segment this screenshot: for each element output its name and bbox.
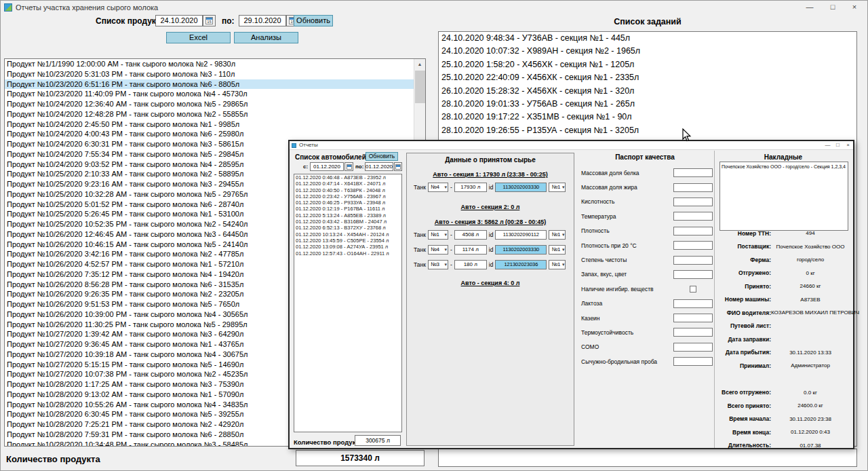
invoice-label: Номер машины: bbox=[715, 296, 771, 303]
tank-label: Танк bbox=[414, 246, 426, 253]
vehicles-listbox[interactable]: 01.12.2020 0:46:48 - А873ЕВ - 23952 л01.… bbox=[294, 174, 402, 432]
invoice-row: Ферма: город/село bbox=[715, 253, 850, 267]
task-row[interactable]: 28.10.2020 19:01:33 - У756АВ - секция №1… bbox=[439, 98, 856, 111]
minimize-button[interactable]: — bbox=[798, 1, 821, 14]
vehicle-row[interactable]: 01.12.2020 13:09:08 - А274УА - 23951 л bbox=[294, 244, 401, 250]
raw-row: Танк №4▾ - 17930 л id 1130202003330 №1▾ bbox=[407, 182, 574, 192]
vehicle-row[interactable]: 01.12.2020 12:57:43 - О164АН - 22911 л bbox=[294, 250, 401, 257]
vehicles-date-to-input[interactable]: 01.12.2020 bbox=[365, 162, 393, 171]
dialog-close-button[interactable]: × bbox=[843, 141, 853, 150]
quality-input[interactable] bbox=[673, 168, 713, 177]
date-from-input[interactable]: 24.10.2020 bbox=[155, 15, 203, 26]
task-row[interactable]: 26.10.2020 15:28:32 - Х456ХК - секция №1… bbox=[439, 85, 856, 98]
tank-select[interactable]: №4▾ bbox=[428, 183, 448, 192]
vehicle-row[interactable]: 01.12.2020 0:40:50 - Т638РК - 24048 л bbox=[294, 187, 401, 193]
task-row[interactable]: 25.10.2020 22:40:09 - Х456ХК - секция №1… bbox=[439, 71, 856, 84]
invoice-list-item[interactable]: Почепское Хозяйство ООО - город/село - С… bbox=[720, 162, 848, 170]
invoices-listbox[interactable]: Почепское Хозяйство ООО - город/село - С… bbox=[719, 162, 848, 231]
refresh-button[interactable]: Обновить bbox=[294, 15, 333, 26]
quality-input[interactable] bbox=[673, 241, 713, 250]
section-select[interactable]: №1▾ bbox=[549, 245, 566, 255]
quality-input[interactable] bbox=[673, 299, 713, 308]
id-label: id bbox=[489, 246, 494, 253]
id-input[interactable]: 121302023036 bbox=[495, 260, 547, 269]
tank-select[interactable]: №1▾ bbox=[428, 230, 448, 240]
close-button[interactable]: × bbox=[843, 1, 866, 14]
task-row[interactable]: 28.10.2020 19:17:22 - Х351МВ - секция №1… bbox=[439, 111, 856, 124]
quality-input[interactable] bbox=[673, 343, 713, 352]
quality-input[interactable] bbox=[673, 256, 713, 265]
id-label: id bbox=[489, 231, 494, 238]
id-input[interactable]: 1130202090112 bbox=[495, 230, 547, 240]
tasks-header: Список заданий bbox=[438, 17, 857, 26]
quality-input[interactable] bbox=[673, 227, 713, 236]
tank-select[interactable]: №4▾ bbox=[428, 245, 448, 255]
vehicle-row[interactable]: 01.12.2020 0:12:19 - Р167ВА - 11611 л bbox=[294, 206, 401, 212]
product-row[interactable]: Продукт №10/23/2020 5:31:03 PM - танк сы… bbox=[5, 69, 425, 79]
quality-input[interactable] bbox=[673, 183, 713, 192]
product-quantity-input[interactable]: 1573340 л bbox=[296, 450, 425, 466]
invoice-details: Номер ТТН: 494 Поставщик: Почепское Хозя… bbox=[715, 227, 850, 452]
id-input[interactable]: 1130202003330 bbox=[495, 183, 547, 192]
tank-select[interactable]: №3▾ bbox=[428, 260, 448, 269]
scroll-up-icon[interactable]: ▲ bbox=[414, 59, 425, 70]
dialog-quantity-input[interactable]: 300675 л bbox=[355, 435, 401, 446]
section-select[interactable]: №1▾ bbox=[549, 183, 566, 192]
task-row[interactable]: 25.10.2020 1:58:20 - Х456ХК - секция №1 … bbox=[439, 58, 856, 71]
vehicle-row[interactable]: 01.12.2020 0:46:48 - А873ЕВ - 23952 л bbox=[294, 174, 401, 181]
id-label: id bbox=[489, 184, 494, 191]
vehicles-date-to-calendar-button[interactable] bbox=[394, 162, 402, 171]
quality-input[interactable] bbox=[690, 286, 696, 293]
id-input[interactable]: 1130202003330 bbox=[495, 245, 547, 255]
task-row[interactable]: 24.10.2020 9:48:34 - У736АВ - секция №1 … bbox=[439, 32, 856, 45]
product-row[interactable]: Продукт №10/23/2020 6:51:16 PM - танк сы… bbox=[5, 79, 425, 90]
vehicle-row[interactable]: 01.12.2020 10:13:24 - Х454АН - 20124 л bbox=[294, 231, 401, 238]
quality-input[interactable] bbox=[673, 328, 713, 337]
date-from-calendar-button[interactable]: 15 bbox=[203, 15, 216, 26]
product-row[interactable]: Продукт №10/24/2020 12:36:40 AM - танк с… bbox=[5, 99, 425, 109]
amount-input[interactable]: 180 л bbox=[454, 260, 487, 269]
vehicle-row[interactable]: 01.12.2020 0:47:14 - Х641ВХ - 24071 л bbox=[294, 181, 401, 187]
vehicles-date-from-input[interactable]: 01.12.2020 bbox=[310, 162, 344, 171]
calendar-icon bbox=[395, 164, 401, 170]
vehicles-date-from-calendar-button[interactable] bbox=[344, 162, 353, 171]
invoice-value: город/село bbox=[771, 257, 850, 263]
maximize-button[interactable]: □ bbox=[821, 1, 844, 14]
section-select[interactable]: №1▾ bbox=[549, 260, 566, 269]
chevron-down-icon: ▾ bbox=[562, 183, 565, 191]
vehicle-row[interactable]: 01.12.2020 0:46:25 - Р933УА - 23948 л bbox=[294, 200, 401, 206]
dialog-maximize-button[interactable]: □ bbox=[833, 141, 843, 150]
product-row[interactable]: Продукт №10/24/2020 4:00:43 PM - танк сы… bbox=[5, 129, 425, 139]
vehicle-row[interactable]: 01.12.2020 6:52:13 - В372ХУ - 23768 л bbox=[294, 225, 401, 231]
invoice-value: Почепское Хозяйство ООО bbox=[771, 244, 850, 250]
quality-input[interactable] bbox=[673, 357, 713, 366]
vehicle-row[interactable]: 01.12.2020 0:43:42 - В316ВМ - 24047 л bbox=[294, 219, 401, 225]
vehicle-row[interactable]: 01.12.2020 0:23:42 - У756АВ - 23967 л bbox=[294, 193, 401, 200]
amount-input[interactable]: 1174 л bbox=[454, 245, 487, 255]
amount-input[interactable]: 4508 л bbox=[454, 230, 487, 240]
product-row[interactable]: Продукт №10/24/2020 12:48:28 PM - танк с… bbox=[5, 109, 425, 119]
excel-button[interactable]: Excel bbox=[166, 32, 231, 43]
section-2-title: Авто - секция 2: 0 л bbox=[407, 204, 574, 210]
section-select[interactable]: №1▾ bbox=[549, 230, 566, 240]
vehicles-refresh-button[interactable]: Обновить bbox=[366, 152, 398, 161]
task-row[interactable]: 24.10.2020 10:07:32 - Х989АН - секция №2… bbox=[439, 45, 856, 58]
quality-input[interactable] bbox=[673, 212, 713, 221]
vehicle-row[interactable]: 01.12.2020 13:45:59 - С505РЕ - 23554 л bbox=[294, 238, 401, 244]
product-row[interactable]: Продукт №10/23/2020 11:40:09 PM - танк с… bbox=[5, 89, 425, 99]
quality-input[interactable] bbox=[673, 270, 713, 279]
date-to-input[interactable]: 29.10.2020 bbox=[239, 15, 286, 26]
chevron-down-icon: ▾ bbox=[444, 231, 447, 239]
invoice-row: Всего отгружено: 0.0 кг bbox=[715, 386, 850, 400]
analyses-button[interactable]: Анализы bbox=[234, 32, 298, 43]
quality-input[interactable] bbox=[673, 197, 713, 206]
vehicle-row[interactable]: 01.12.2020 5:13:24 - А855ЕВ - 23389 л bbox=[294, 212, 401, 219]
quality-input[interactable] bbox=[673, 314, 713, 322]
product-row[interactable]: Продукт №10/24/2020 2:45:50 PM - танк сы… bbox=[5, 119, 425, 130]
vehicles-header: Список автомобилей bbox=[295, 153, 366, 161]
dialog-minimize-button[interactable]: — bbox=[823, 141, 833, 150]
product-row[interactable]: Продукт №1/1/1990 12:00:00 AM - танк сыр… bbox=[5, 59, 425, 69]
amount-input[interactable]: 17930 л bbox=[454, 183, 487, 192]
task-row[interactable]: 28.10.2020 19:26:55 - Р135УА - секция №1… bbox=[439, 124, 856, 137]
scrollbar-thumb[interactable] bbox=[415, 71, 425, 103]
